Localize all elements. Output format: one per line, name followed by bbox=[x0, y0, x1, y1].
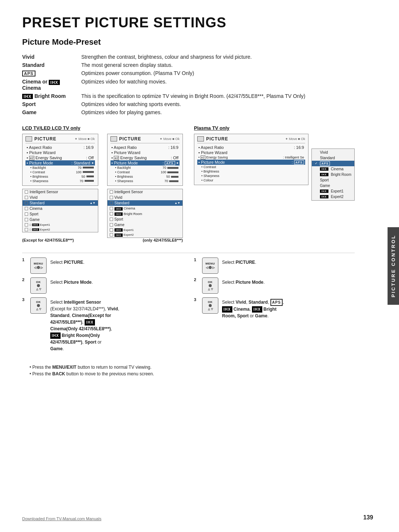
note-2: • Press the BACK button to move to the p… bbox=[30, 371, 355, 376]
step-1-plasma-text: Select PICTURE. bbox=[222, 258, 256, 266]
plasma-title: Plasma TV only bbox=[194, 125, 355, 131]
menu-button-plasma-1: MENU ◁ · ▷ bbox=[202, 258, 218, 274]
page-title: PRESET PICTURE SETTINGS bbox=[22, 15, 355, 31]
step-1-lcd: 1 MENU ◁ · ▷ Select PICTURE. bbox=[22, 258, 183, 274]
desc-game: Optimizes video for playing games. bbox=[81, 108, 355, 116]
desc-sport: Optimizes video for watching sports even… bbox=[81, 100, 355, 108]
label-game: Game bbox=[22, 109, 37, 115]
lcd-screen-1: PICTURE ✦ Move ■ Ok • Aspect Ratio: 16:9… bbox=[22, 134, 98, 238]
desc-vivid: Strengthen the contrast, brightness, col… bbox=[81, 53, 355, 61]
ok-button-2-lcd: OK △ ▽ bbox=[30, 277, 47, 294]
label-sport: Sport bbox=[22, 101, 36, 107]
step-3-plasma-text: Select Vivid, Standard, APS, IHX Cinema,… bbox=[222, 297, 284, 320]
label-standard: Standard bbox=[22, 62, 45, 68]
ok-button-3-lcd: OK △ ▽ bbox=[30, 297, 47, 314]
label-cinema: Cinema or IHX Cinema bbox=[22, 79, 60, 91]
ok-button-plasma-2: OK △ ▽ bbox=[202, 277, 218, 294]
footer-link[interactable]: Downloaded From TV-Manual.com Manuals bbox=[22, 516, 101, 521]
tv-icon-plasma bbox=[197, 136, 204, 141]
dropdown-lcd-2: Intelligent Sensor Vivid Standard▲▼ IHX … bbox=[107, 189, 183, 238]
desc-standard: The most general screen display status. bbox=[81, 61, 355, 69]
step-2-plasma: 2 OK △ ▽ Select Picture Mode. bbox=[194, 277, 355, 294]
side-tab: PICTURE CONTROL bbox=[388, 227, 399, 305]
lcd-screen-2: PICTURE ✦ Move ■ Ok • Aspect Ratio: 16:9… bbox=[107, 134, 183, 238]
steps-lcd: 1 MENU ◁ · ▷ Select PICTURE. 2 OK bbox=[22, 258, 183, 356]
page-number: 139 bbox=[363, 514, 373, 521]
tv-icon-2 bbox=[110, 136, 117, 141]
step-2-plasma-text: Select Picture Mode. bbox=[222, 277, 265, 286]
step-3-lcd: 3 OK △ ▽ Select Intelligent Sensor (Exce… bbox=[22, 297, 183, 352]
descriptions-table: Vivid Strengthen the contrast, brightnes… bbox=[22, 53, 355, 116]
menu-button-1: MENU ◁ · ▷ bbox=[30, 258, 47, 274]
lcd-caption: (Except for 42/47/55LE8***) (only 42/47/… bbox=[22, 238, 183, 242]
label-bright-room: IHX Bright Room bbox=[22, 93, 66, 99]
note-1: • Press the MENU/EXIT button to return t… bbox=[30, 365, 355, 370]
desc-bright-room: This is the specification to optimize TV… bbox=[81, 92, 355, 100]
aps-logo: APS bbox=[22, 71, 35, 76]
desc-cinema: Optimizes video for watching movies. bbox=[81, 78, 355, 92]
dropdown-lcd-1: Intelligent Sensor Vivid Standard▲▼ Cine… bbox=[22, 189, 98, 232]
lcd-section: LCD TV/LED LCD TV only PICTURE ✦ Move ■ … bbox=[22, 125, 183, 246]
steps-area: 1 MENU ◁ · ▷ Select PICTURE. 2 OK bbox=[22, 258, 355, 356]
label-vivid: Vivid bbox=[22, 54, 34, 60]
step-1-plasma: 1 MENU ◁ · ▷ Select PICTURE. bbox=[194, 258, 355, 274]
step-1-lcd-text: Select PICTURE. bbox=[50, 258, 85, 266]
step-2-lcd: 2 OK △ ▽ Select Picture Mode. bbox=[22, 277, 183, 294]
plasma-screen: PICTURE ✦ Move ■ Ok • Aspect Ratio: 16:9… bbox=[194, 134, 308, 201]
step-3-plasma: 3 OK △ ▽ Select Vivid, Standard, APS, IH… bbox=[194, 297, 355, 320]
ok-button-plasma-3: OK △ ▽ bbox=[202, 297, 218, 314]
plasma-section: Plasma TV only PICTURE ✦ Move ■ Ok • Asp… bbox=[194, 125, 355, 246]
plasma-popup: Vivid Standard ✓APS IHX Cinema IHX Brigh… bbox=[311, 149, 355, 201]
section-title: Picture Mode-Preset bbox=[22, 37, 355, 47]
steps-plasma: 1 MENU ◁ · ▷ Select PICTURE. 2 OK bbox=[194, 258, 355, 356]
divider-1 bbox=[22, 253, 355, 253]
step-2-lcd-text: Select Picture Mode. bbox=[50, 277, 93, 286]
notes-area: • Press the MENU/EXIT button to return t… bbox=[30, 365, 355, 376]
step-3-lcd-text: Select Intelligent Sensor (Except for 32… bbox=[50, 297, 119, 352]
lcd-title: LCD TV/LED LCD TV only bbox=[22, 125, 183, 131]
desc-aps: Optimizes power consumption. (Plasma TV … bbox=[81, 69, 355, 78]
tv-icon-1 bbox=[25, 136, 32, 141]
